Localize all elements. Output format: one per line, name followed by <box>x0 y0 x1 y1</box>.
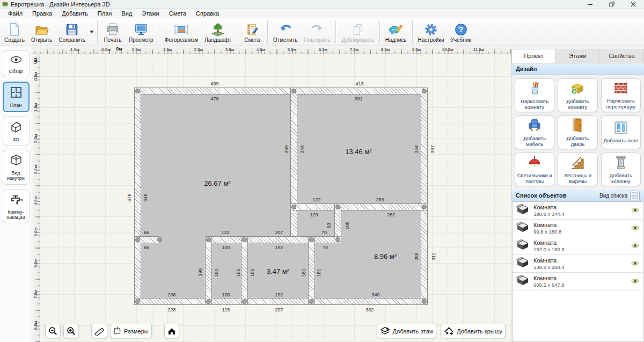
estimate-button[interactable]: Смета <box>239 19 265 45</box>
wall[interactable] <box>134 88 428 94</box>
wall-joint[interactable] <box>335 237 340 242</box>
photorealism-button[interactable]: Фотореализм <box>162 19 202 45</box>
undo-button[interactable]: Отменить <box>270 19 301 45</box>
wall-joint[interactable] <box>135 89 140 93</box>
duplicate-button[interactable]: Дублировать <box>338 19 377 45</box>
wall-joint[interactable] <box>135 237 140 242</box>
dimension-label: 262 <box>387 212 395 217</box>
lights-button[interactable]: Светильники и люстры <box>515 152 554 186</box>
settings-button[interactable]: Настройки <box>415 19 448 45</box>
draw-room-button[interactable]: Нарисовать комнату <box>515 78 554 112</box>
menu-help[interactable]: Справка <box>191 10 224 17</box>
canvas-toolbar-left: Размеры <box>45 324 179 338</box>
list-item-room[interactable]: Комната 339.8 x 288.4 <box>513 255 643 273</box>
zoom-out-button[interactable] <box>45 324 61 338</box>
add-roof-button[interactable]: Добавить крышу <box>441 324 506 338</box>
maximize-button[interactable] <box>601 0 623 9</box>
wall-joint[interactable] <box>135 299 140 304</box>
home-button[interactable] <box>164 324 179 338</box>
add-furniture-button[interactable]: Добавить мебель <box>515 115 554 149</box>
visibility-eye-icon[interactable] <box>631 206 639 215</box>
tutorial-button[interactable]: ? Учебник <box>448 19 474 45</box>
tab-floors[interactable]: Этажи <box>556 49 600 63</box>
save-button[interactable]: Сохранить <box>55 19 89 45</box>
sidebar-item-3d[interactable]: 3D <box>3 117 30 145</box>
wall-joint[interactable] <box>422 89 427 93</box>
redo-button[interactable]: Повторить <box>301 19 334 45</box>
wall[interactable] <box>290 203 428 210</box>
add-window-button[interactable]: Добавить окно <box>601 115 641 149</box>
ruler-label: 5.5м <box>288 47 297 52</box>
preview-button[interactable]: Просмотр <box>126 19 157 45</box>
menu-file[interactable]: Файл <box>3 10 27 17</box>
wall-joint[interactable] <box>242 237 247 242</box>
stairs-button[interactable]: Лестницы и вырезы <box>558 152 597 186</box>
list-item-room[interactable]: Комната 99.8 x 180.8 <box>513 220 643 237</box>
wall[interactable] <box>308 236 315 305</box>
wall[interactable] <box>134 298 428 305</box>
wall[interactable] <box>421 88 428 305</box>
visibility-eye-icon[interactable] <box>631 223 639 233</box>
dimension-label: 181 <box>236 268 241 276</box>
tab-properties[interactable]: Свойства <box>600 49 644 63</box>
menu-plan[interactable]: План <box>93 10 117 17</box>
wall[interactable] <box>134 88 141 305</box>
sidebar-item-plan[interactable]: План <box>3 82 30 112</box>
menu-estimate[interactable]: Смета <box>164 10 191 17</box>
add-door-button[interactable]: Добавить дверь <box>558 115 597 149</box>
eye-icon <box>10 55 23 67</box>
list-item-room[interactable]: Комната 390.8 x 344.4 <box>513 202 643 220</box>
list-view-button[interactable] <box>630 191 640 200</box>
close-button[interactable] <box>623 0 644 9</box>
wall-joint[interactable] <box>309 237 314 242</box>
toolbar-label: Надпись <box>385 37 407 43</box>
wall-joint[interactable] <box>242 299 247 304</box>
wall-joint[interactable] <box>422 299 427 304</box>
visibility-eye-icon[interactable] <box>631 276 639 286</box>
wall[interactable] <box>205 236 341 243</box>
add-floor-button[interactable]: Добавить этаж <box>377 324 436 338</box>
dimensions-button[interactable]: Размеры <box>110 324 152 338</box>
sidebar-item-communications[interactable]: Комму-никации <box>3 189 30 224</box>
print-button[interactable]: Печать <box>100 19 126 45</box>
landscape-button[interactable]: Ландшафт <box>201 19 235 45</box>
minimize-button[interactable] <box>580 0 601 9</box>
wall-joint[interactable] <box>422 205 427 209</box>
tab-project[interactable]: Проект <box>511 49 556 63</box>
landscape-tree-icon <box>210 21 225 37</box>
menu-edit[interactable]: Правка <box>27 10 57 17</box>
menu-add[interactable]: Добавить <box>57 10 93 17</box>
add-column-button[interactable]: Добавить колонну <box>601 152 641 186</box>
save-dropdown-button[interactable] <box>89 19 95 45</box>
wall-joint[interactable] <box>206 237 211 242</box>
new-button[interactable]: Создать <box>1 19 28 45</box>
wall-joint[interactable] <box>157 237 162 242</box>
wall[interactable] <box>290 88 297 243</box>
menu-floors[interactable]: Этажи <box>137 10 164 17</box>
dimension-label: 66 <box>144 230 149 235</box>
plan-canvas[interactable]: 499 413 476 391 678 648 359 344 344 367 … <box>32 46 511 342</box>
question-mark-icon: ? <box>454 21 468 37</box>
right-panel: Проект Этажи Свойства Дизайн Нарисовать … <box>511 46 644 342</box>
wall-joint[interactable] <box>291 205 296 209</box>
draw-partition-button[interactable]: Нарисовать перегородку <box>601 78 641 112</box>
list-item-room[interactable]: Комната 192.0 x 180.8 <box>513 237 643 255</box>
add-room-button[interactable]: Добавить комнату <box>558 78 597 112</box>
list-item-room[interactable]: Комната 605.5 x 647.8 <box>513 273 643 290</box>
wall-joint[interactable] <box>206 299 211 304</box>
zoom-in-button[interactable] <box>63 324 79 338</box>
visibility-eye-icon[interactable] <box>631 259 639 268</box>
photorealism-icon <box>173 21 189 37</box>
wall[interactable] <box>241 236 248 305</box>
visibility-eye-icon[interactable] <box>631 241 639 251</box>
label-button[interactable]: Надпись <box>382 19 410 45</box>
wall-joint[interactable] <box>291 89 296 93</box>
sidebar-item-overview[interactable]: Обзор <box>3 50 30 77</box>
wall-joint[interactable] <box>335 205 340 209</box>
sidebar-item-interior-view[interactable]: Вид изнутри <box>3 150 30 185</box>
menu-view[interactable]: Вид <box>116 10 137 17</box>
measure-button[interactable] <box>91 324 107 338</box>
wall-joint[interactable] <box>309 299 314 304</box>
wall[interactable] <box>205 236 212 305</box>
open-button[interactable]: Открыть <box>28 19 55 45</box>
